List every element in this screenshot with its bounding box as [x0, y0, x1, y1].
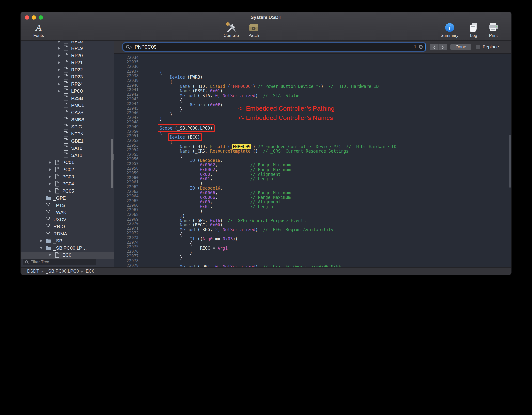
disclosure-collapsed-icon[interactable] — [55, 83, 63, 86]
code-line-22954[interactable]: 0x0062, // Range Maximum — [150, 167, 511, 172]
code-line-22973[interactable]: } — [150, 255, 511, 260]
tree-item-RP21[interactable]: RP21 — [21, 59, 114, 66]
tree-item-_PTS[interactable]: _PTS — [21, 202, 114, 209]
code-line-22974[interactable] — [150, 260, 511, 265]
tree-item-RP19[interactable]: RP19 — [21, 45, 114, 52]
tree-item-SAT1[interactable]: SAT1 — [21, 152, 114, 159]
code-line-22948[interactable]: { — [150, 140, 511, 144]
code-line-22961[interactable]: 0x00, // Alignment — [150, 200, 511, 204]
tree-item-NTPK[interactable]: NTPK — [21, 130, 114, 137]
code-line-22956[interactable]: 0x01, // Length — [150, 177, 511, 181]
tree-item-SMBS[interactable]: SMBS — [21, 116, 114, 123]
code-line-22935[interactable]: { — [150, 80, 511, 84]
disclosure-collapsed-icon[interactable] — [55, 90, 63, 93]
tree-item-_SB[interactable]: _SB — [21, 237, 114, 244]
code-line-22947[interactable]: Device (EC0) — [150, 135, 511, 140]
disclosure-expanded-icon[interactable] — [46, 254, 54, 256]
disclosure-collapsed-icon[interactable] — [46, 161, 54, 164]
code-line-22955[interactable]: 0x00, // Alignment — [150, 172, 511, 177]
code-line-22964[interactable]: }) — [150, 214, 511, 218]
tree-item-PC04[interactable]: PC04 — [21, 180, 114, 187]
disclosure-collapsed-icon[interactable] — [46, 182, 54, 185]
tree-item-UXDV[interactable]: UXDV — [21, 216, 114, 223]
code-line-22968[interactable]: { — [150, 232, 511, 237]
replace-checkbox[interactable] — [476, 45, 480, 49]
tree-item-SPIC[interactable]: SPIC — [21, 123, 114, 130]
disclosure-collapsed-icon[interactable] — [46, 175, 54, 178]
tree-item-RP22[interactable]: RP22 — [21, 66, 114, 73]
tree-item-SAT2[interactable]: SAT2 — [21, 145, 114, 152]
breadcrumb-item-_SB-PC00-LPC0[interactable]: _SB.PC00.LPC0 — [46, 269, 79, 274]
tree-item-CAVS[interactable]: CAVS — [21, 109, 114, 116]
code-line-22938[interactable]: Method (_STA, 0, NotSerialized) // _STA:… — [150, 93, 511, 98]
code-line-22933[interactable]: { — [150, 70, 511, 75]
tree-item-_WAK[interactable]: _WAK — [21, 209, 114, 216]
code-line-22969[interactable]: If ((Arg0 == 0x03)) — [150, 237, 511, 241]
filter-tree-field[interactable]: Filter Tree — [23, 259, 96, 265]
code-line-22971[interactable]: REGC = Arg1 — [150, 246, 511, 251]
tree-item-LPC0[interactable]: LPC0 — [21, 88, 114, 95]
code-line-22970[interactable]: { — [150, 241, 511, 246]
code-line-22965[interactable]: Name (_GPE, 0x16) // _GPE: General Purpo… — [150, 218, 511, 223]
code-line-22951[interactable]: { — [150, 153, 511, 158]
tree-item-_GPE[interactable]: _GPE — [21, 194, 114, 202]
code-line-22960[interactable]: 0x0066, // Range Maximum — [150, 195, 511, 200]
disclosure-collapsed-icon[interactable] — [55, 41, 63, 43]
disclosure-collapsed-icon[interactable] — [55, 47, 63, 50]
code-line-22952[interactable]: IO (Decode16, — [150, 158, 511, 163]
code-line-22945[interactable]: Scope (_SB.PC00.LPC0) — [150, 126, 511, 131]
tree-item-_SB-PC00-LP-[interactable]: _SB.PC00.LP… — [21, 244, 114, 252]
tree-item-PC01[interactable]: PC01 — [21, 159, 114, 166]
disclosure-collapsed-icon[interactable] — [55, 68, 63, 71]
tree-item-RP20[interactable]: RP20 — [21, 52, 114, 59]
code-line-22937[interactable]: Name (PBST, 0x01) — [150, 89, 511, 93]
toolbar-fonts-button[interactable]: A Fonts — [21, 22, 56, 38]
toolbar-print-button[interactable]: Print — [476, 22, 511, 38]
tree-item-RDMA[interactable]: RDMA — [21, 230, 114, 237]
code-line-22962[interactable]: 0x01, // Length — [150, 204, 511, 209]
code-line-22939[interactable]: { — [150, 98, 511, 103]
tree-item-RP24[interactable]: RP24 — [21, 80, 114, 88]
tree-item-PC05[interactable]: PC05 — [21, 187, 114, 194]
code-line-22934[interactable]: Device (PWRB) — [150, 75, 511, 80]
code-line-22958[interactable]: IO (Decode16, — [150, 186, 511, 191]
code-line-22975[interactable]: Method (_Q01, 0, NotSerialized) // _Qxx:… — [150, 264, 511, 267]
disclosure-expanded-icon[interactable] — [37, 247, 45, 249]
tree-item-RP23[interactable]: RP23 — [21, 73, 114, 80]
tree-item-EC0[interactable]: EC0 — [21, 252, 114, 259]
pane-splitter-handle[interactable] — [113, 154, 114, 160]
disclosure-collapsed-icon[interactable] — [46, 190, 54, 193]
code-line-22936[interactable]: Name (_HID, EisaId ("PNP0C0C") /* Power … — [150, 84, 511, 89]
code-line-22967[interactable]: Method (_REG, 2, NotSerialized) // _REG:… — [150, 227, 511, 232]
tree-item-GBE1[interactable]: GBE1 — [21, 137, 114, 145]
code-line-22963[interactable]: ) — [150, 209, 511, 214]
code-line-22957[interactable]: ) — [150, 181, 511, 186]
disclosure-collapsed-icon[interactable] — [46, 168, 54, 171]
code-editor[interactable]: 2293322934229352293622937229382293922940… — [114, 54, 511, 267]
disclosure-collapsed-icon[interactable] — [55, 75, 63, 78]
code-line-22950[interactable]: Name (_CRS, ResourceTemplate () // _CRS:… — [150, 149, 511, 154]
code-line-22972[interactable]: } — [150, 251, 511, 255]
code-line-22959[interactable]: 0x0066, // Range Minimum — [150, 191, 511, 195]
find-previous-button[interactable] — [430, 44, 438, 50]
code-line-22953[interactable]: 0x0062, // Range Minimum — [150, 163, 511, 167]
find-next-button[interactable] — [438, 44, 447, 50]
disclosure-collapsed-icon[interactable] — [37, 239, 45, 242]
code-line-22949[interactable]: Name (_HID, EisaId ("PNP0C09") /* Embedd… — [150, 144, 511, 149]
breadcrumb-item-DSDT[interactable]: DSDT — [27, 269, 39, 274]
tree-item-RP18[interactable]: RP18 — [21, 41, 114, 45]
tree-item-RRIO[interactable]: RRIO — [21, 223, 114, 230]
tree-item-P2SB[interactable]: P2SB — [21, 95, 114, 102]
tree-item-PMC1[interactable]: PMC1 — [21, 102, 114, 109]
disclosure-collapsed-icon[interactable] — [55, 61, 63, 64]
clear-search-icon[interactable] — [419, 45, 423, 49]
tree-item-PC02[interactable]: PC02 — [21, 166, 114, 173]
breadcrumb-item-EC0[interactable]: EC0 — [86, 269, 94, 274]
disclosure-collapsed-icon[interactable] — [55, 54, 63, 57]
tree-item-PC03[interactable]: PC03 — [21, 173, 114, 180]
sidebar-scrollbar[interactable] — [111, 139, 113, 188]
editor-scrollbar[interactable] — [509, 135, 511, 188]
code-line-22966[interactable]: Name (REGC, 0x00) — [150, 223, 511, 227]
find-input[interactable]: PNP0C09 1 — [123, 43, 426, 51]
toolbar-patch-button[interactable]: Patch — [236, 22, 271, 38]
